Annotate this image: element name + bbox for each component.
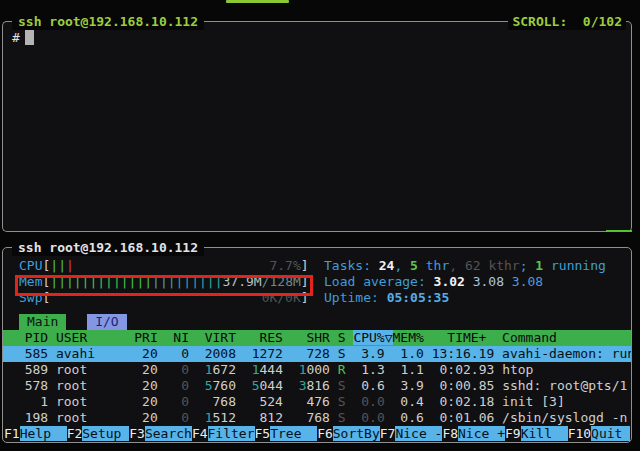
text-segment (189, 378, 205, 393)
fkey-button[interactable]: Nice - (395, 426, 442, 441)
top-terminal-pane[interactable]: ssh root@192.168.10.112 SCROLL: 0/102 # (2, 21, 632, 232)
text-segment: PID USER PRI NI VIRT RES SHR S (9, 330, 353, 345)
text-segment: 1 (205, 410, 213, 425)
text-segment: 672 (213, 362, 252, 377)
text-segment: ] (301, 290, 309, 305)
cursor-block (25, 30, 34, 45)
text-segment: 760 (213, 378, 252, 393)
text-segment: 044 (259, 378, 298, 393)
tab-io[interactable]: I/O (87, 314, 126, 330)
text-segment: || (50, 258, 66, 273)
fkey-button[interactable]: Filter (208, 426, 255, 441)
fkey-name: F9 (505, 426, 521, 441)
text-segment: , 62 kthr (449, 258, 519, 273)
text-segment: ||||||| (168, 274, 223, 289)
text-segment: S (338, 410, 346, 425)
fkey-name: F6 (317, 426, 333, 441)
text-segment: || (152, 274, 168, 289)
tasks-stat: Tasks: 24, 5 thr, 62 kthr; 1 running (324, 258, 606, 274)
fkey-name: F2 (67, 426, 83, 441)
text-segment (189, 362, 205, 377)
text-segment: 1 (205, 362, 213, 377)
text-segment: 5 (205, 378, 213, 393)
text-segment: 512 812 768 (213, 410, 338, 425)
pane-title: ssh root@192.168.10.112 (12, 13, 204, 30)
text-segment: 444 (259, 362, 298, 377)
terminal-multiplexer-screen: ssh root@192.168.10.112 SCROLL: 0/102 # … (0, 0, 640, 451)
text-segment: 3.08 (512, 274, 543, 289)
text-segment: 05:05:35 (387, 290, 450, 305)
fkey-button[interactable]: Search (145, 426, 192, 441)
fkey-button[interactable]: SortBy (333, 426, 380, 441)
fkey-button[interactable]: Kill (521, 426, 568, 441)
text-segment: 1 (535, 258, 543, 273)
text-segment: 578 root 20 (9, 378, 166, 393)
text-segment (74, 258, 270, 273)
text-segment: ] (301, 258, 309, 273)
text-segment: | (66, 258, 74, 273)
shell-prompt: # (12, 30, 20, 45)
text-segment: 24 (379, 258, 395, 273)
text-segment: 0 (166, 410, 189, 425)
fkey-button[interactable]: Help (20, 426, 67, 441)
text-segment: S (338, 394, 346, 409)
text-segment: 5 (410, 258, 418, 273)
top-green-marker (226, 0, 289, 3)
fkey-name: F5 (255, 426, 271, 441)
text-segment: /128M (262, 274, 301, 289)
fkey-name: F8 (442, 426, 458, 441)
mem-meter: Mem[||||||||||||||||||||||37.9M/128M] (3, 274, 324, 290)
text-segment: 3.08 (473, 274, 512, 289)
text-segment: Swp (19, 290, 42, 305)
process-row[interactable]: 1 root 20 0 768 524 476 S 0.0 0.4 0:02.1… (3, 394, 631, 410)
text-segment: 7.7% (269, 258, 300, 273)
uptime-stat: Uptime: 05:05:35 (324, 290, 449, 306)
text-segment: 589 root 20 (9, 362, 166, 377)
text-segment: 000 (306, 362, 337, 377)
fkey-name: F10 (568, 426, 591, 441)
process-table-header[interactable]: PID USER PRI NI VIRT RES SHR S CPU%▽MEM%… (3, 330, 631, 346)
text-segment: CPU (19, 258, 42, 273)
text-segment: ||||||||||||| (50, 274, 152, 289)
text-segment: 0.6 0:01.06 /sbin/syslogd -n (385, 410, 628, 425)
fkey-button[interactable]: Nice + (458, 426, 505, 441)
fkey-button[interactable]: Setup (82, 426, 129, 441)
bottom-terminal-pane[interactable]: ssh root@192.168.10.112 CPU[||| 7.7%] Ta… (2, 247, 632, 443)
text-segment: Uptime: (324, 290, 387, 305)
fkey-name: F4 (192, 426, 208, 441)
screen-tabs: Main I/O (3, 314, 631, 330)
text-segment: , (394, 258, 410, 273)
fkey-bar-fill (622, 426, 630, 441)
text-segment: 0 (166, 378, 189, 393)
swap-meter: Swp[ 0K/0K] (3, 290, 324, 306)
tab-main[interactable]: Main (19, 314, 66, 330)
text-segment: 0 (166, 362, 189, 377)
text-segment: 816 (306, 378, 337, 393)
text-segment: MEM% TIME+ Command (393, 330, 557, 345)
fkey-button[interactable]: Tree (270, 426, 317, 441)
text-segment: thr (418, 258, 449, 273)
fkey-bar: F1Help F2Setup F3SearchF4FilterF5Tree F6… (4, 426, 630, 441)
process-row[interactable]: 589 root 20 0 1672 1444 1000 R 1.3 1.1 0… (3, 362, 631, 378)
process-row[interactable]: 585 avahi 20 0 2008 1272 728 S 3.9 1.0 1… (3, 346, 631, 362)
fkey-name: F3 (129, 426, 145, 441)
process-row[interactable]: 198 root 20 0 1512 812 768 S 0.0 0.6 0:0… (3, 410, 631, 426)
text-segment: 198 root 20 (9, 410, 166, 425)
process-row[interactable]: 578 root 20 0 5760 5044 3816 S 0.6 3.9 0… (3, 378, 631, 394)
fkey-name: F1 (4, 426, 20, 441)
fkey-button[interactable]: Quit (591, 426, 622, 441)
text-segment: 1.3 1.1 0:02.93 htop (346, 362, 534, 377)
text-segment (189, 410, 205, 425)
load-average-stat: Load average: 3.02 3.08 3.08 (324, 274, 543, 290)
text-segment: 0K/0K (262, 290, 301, 305)
text-segment: 0.0 (353, 394, 384, 409)
fkey-name: F7 (380, 426, 396, 441)
text-segment: Mem (19, 274, 42, 289)
text-segment: 1 root 20 (9, 394, 166, 409)
text-segment: Load average: (324, 274, 434, 289)
text-segment: 37.9M (223, 274, 262, 289)
focused-border-accent (606, 230, 632, 232)
text-segment: 3.02 (434, 274, 473, 289)
process-table: 585 avahi 20 0 2008 1272 728 S 3.9 1.0 1… (3, 346, 631, 426)
text-segment: CPU%▽ (353, 330, 392, 345)
